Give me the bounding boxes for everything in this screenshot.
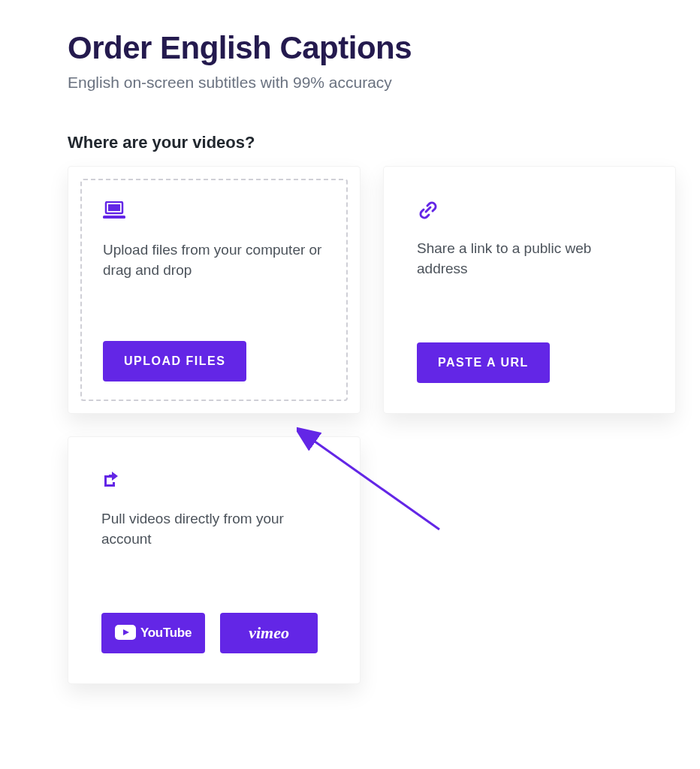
account-description: Pull videos directly from your account	[101, 509, 327, 549]
svg-rect-1	[108, 204, 120, 211]
youtube-label: YouTube	[140, 626, 192, 641]
vimeo-button[interactable]: vimeo	[220, 613, 318, 653]
upload-card[interactable]: Upload files from your computer or drag …	[68, 166, 361, 414]
paste-url-button[interactable]: Paste a URL	[417, 342, 550, 383]
svg-rect-2	[103, 216, 125, 219]
upload-description: Upload files from your computer or drag …	[103, 240, 325, 280]
account-card-inner: Pull videos directly from your account Y…	[80, 449, 348, 671]
laptop-icon	[103, 201, 325, 224]
url-card-inner: Share a link to a public web address Pas…	[396, 179, 663, 401]
vimeo-label: vimeo	[249, 623, 289, 643]
account-card[interactable]: Pull videos directly from your account Y…	[68, 436, 361, 684]
youtube-button[interactable]: YouTube	[101, 613, 205, 653]
page-subtitle: English on-screen subtitles with 99% acc…	[68, 74, 700, 92]
share-icon	[101, 470, 327, 493]
page-title: Order English Captions	[68, 30, 700, 66]
youtube-play-icon	[115, 625, 136, 642]
section-heading: Where are your videos?	[68, 133, 700, 152]
link-icon	[417, 200, 642, 222]
upload-dropzone[interactable]: Upload files from your computer or drag …	[80, 179, 348, 401]
url-card[interactable]: Share a link to a public web address Pas…	[383, 166, 676, 414]
upload-files-button[interactable]: Upload Files	[103, 341, 246, 381]
url-description: Share a link to a public web address	[417, 239, 642, 279]
cards-grid: Upload files from your computer or drag …	[68, 166, 683, 684]
